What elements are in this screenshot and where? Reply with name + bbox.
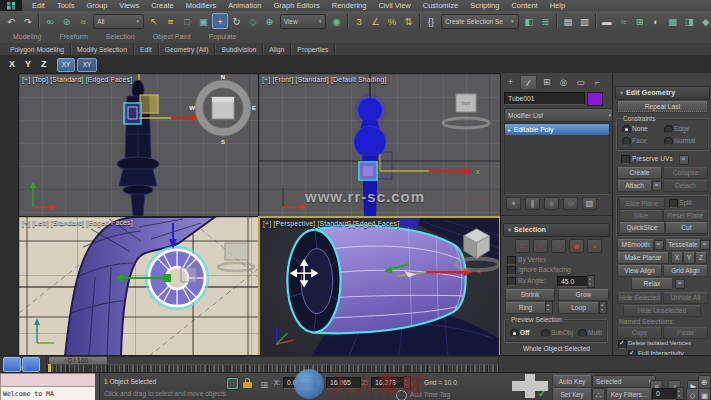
viewport-perspective-label[interactable]: [+] [Perspective] [Standard] [Edged Face… [263, 220, 399, 227]
loop-button[interactable]: Loop [558, 302, 599, 314]
auto-key-button[interactable]: Auto Key [552, 375, 592, 388]
vertex-subobject-icon[interactable]: ∷ [515, 239, 530, 253]
ribbon-tab[interactable]: Modeling [4, 31, 50, 43]
relax-settings-icon[interactable] [675, 279, 685, 289]
window-crossing-icon[interactable]: ▣ [196, 13, 211, 29]
copy-button[interactable]: Copy [617, 327, 662, 339]
ribbon-panel-button[interactable]: Align [263, 44, 291, 55]
repeat-last-button[interactable]: Repeat Last [617, 101, 708, 113]
menu-item[interactable]: Graph Editors [268, 0, 326, 11]
viewport-left[interactable]: [+] [Left] [Standard] [Edged Faces] [18, 216, 259, 357]
constraint-edge-radio[interactable] [664, 125, 673, 134]
menu-item[interactable]: Animation [222, 0, 267, 11]
menu-item[interactable]: Create [145, 0, 180, 11]
gizmo-plane-handle[interactable] [181, 268, 196, 282]
listener-splitter[interactable] [95, 373, 100, 400]
layer-explorer-icon[interactable]: ▥ [577, 13, 592, 29]
selected-set-dropdown[interactable]: Selected [592, 375, 656, 388]
menu-item[interactable]: Views [113, 0, 145, 11]
menu-item[interactable]: Rendering [326, 0, 373, 11]
ribbon-tab[interactable]: Freeform [50, 31, 96, 43]
preview-multi-radio[interactable] [578, 329, 587, 338]
snap-toggle-icon[interactable]: 3 [351, 13, 366, 29]
render-production-icon[interactable]: ◆ [698, 13, 711, 29]
object-name-field[interactable]: Tube001 [504, 92, 585, 105]
split-checkbox[interactable] [669, 199, 678, 208]
constraint-none-radio[interactable] [622, 125, 631, 134]
unhide-all-button[interactable]: Unhide All [663, 292, 708, 304]
grid-align-button[interactable]: Grid Align [663, 265, 708, 277]
ring-button[interactable]: Ring [505, 302, 546, 314]
keyable-icon[interactable]: ∴ [592, 388, 605, 400]
unlink-selection-icon[interactable]: ⊘ [59, 13, 74, 29]
preserve-uvs-checkbox[interactable] [621, 155, 630, 164]
attach-button[interactable]: Attach [617, 180, 652, 192]
z-coord-spinner[interactable] [403, 376, 411, 389]
edit-named-selection-sets-icon[interactable]: {} [423, 13, 438, 29]
selection-filter-dropdown[interactable]: All [93, 14, 144, 29]
create-button[interactable]: Create [617, 167, 662, 179]
quickslice-button[interactable]: QuickSlice [619, 222, 665, 234]
viewport-front[interactable]: [+] [Front] [Standard] [Default Shading]… [258, 73, 501, 217]
detach-button[interactable]: Detach [663, 180, 708, 192]
menu-item[interactable]: Group [80, 0, 113, 11]
ignore-backfacing-checkbox[interactable] [507, 266, 516, 275]
constraint-y-button[interactable]: Y [25, 59, 31, 69]
select-object-icon[interactable]: ↖ [146, 13, 161, 29]
slice-plane-button[interactable]: Slice Plane [619, 198, 665, 210]
modify-tab-icon[interactable]: ∕ [520, 75, 537, 89]
constraint-face-radio[interactable] [622, 137, 631, 146]
border-subobject-icon[interactable]: ○ [551, 239, 566, 253]
ribbon-panel-button[interactable]: Properties [291, 44, 335, 55]
msmooth-button[interactable]: MSmooth [617, 239, 654, 251]
ribbon-panel-button[interactable]: Geometry (All) [159, 44, 216, 55]
ribbon-panel-button[interactable]: Modify Selection [71, 44, 134, 55]
msmooth-settings-icon[interactable] [654, 240, 664, 250]
reset-plane-button[interactable]: Reset Plane [663, 210, 708, 222]
maxscript-listener[interactable]: Welcome to MA [0, 386, 99, 400]
shrink-button[interactable]: Shrink [505, 289, 555, 301]
grow-button[interactable]: Grow [558, 289, 609, 301]
rendered-frame-icon[interactable]: ◨ [681, 13, 696, 29]
scene-explorer-icon[interactable]: ▤ [560, 13, 575, 29]
named-selection-set-dropdown[interactable]: Create Selection Se [441, 14, 519, 29]
view-align-button[interactable]: View Align [617, 265, 662, 277]
attach-settings-icon[interactable] [652, 181, 662, 191]
delete-isolated-vertices-checkbox[interactable] [618, 340, 627, 349]
render-setup-icon[interactable]: ▦ [665, 13, 680, 29]
hierarchy-tab-icon[interactable]: ⊞ [539, 75, 554, 88]
gizmo-plane-handle[interactable] [140, 95, 158, 113]
current-frame-field[interactable]: 0 [652, 388, 679, 400]
make-planar-button[interactable]: Make Planar [617, 252, 669, 264]
select-and-move-icon[interactable]: + [212, 13, 228, 29]
maximize-viewport-icon[interactable]: ▣ [698, 388, 711, 400]
spinner-snap-icon[interactable]: ⇅ [401, 13, 416, 29]
viewport-top[interactable]: [+] [Top] [Standard] [Edged Faces] x [18, 73, 259, 217]
frame-spinner[interactable] [676, 387, 684, 400]
select-by-name-icon[interactable]: ≡ [163, 13, 178, 29]
viewcube[interactable]: front [456, 94, 476, 112]
z-coord-field[interactable]: 16.278 [371, 377, 406, 389]
by-angle-checkbox[interactable] [507, 277, 516, 286]
select-and-rotate-icon[interactable]: ↻ [229, 13, 244, 29]
tessellate-button[interactable]: Tessellate [665, 239, 701, 251]
modifier-stack-item[interactable]: ▸Editable Poly [505, 124, 609, 135]
trackbar-key-icon[interactable] [3, 357, 21, 372]
viewport-perspective[interactable]: [+] [Perspective] [Standard] [Edged Face… [258, 216, 501, 357]
create-tab-icon[interactable]: + [503, 75, 518, 88]
select-and-scale-icon[interactable]: ◇ [245, 13, 260, 29]
display-tab-icon[interactable]: ▭ [573, 75, 588, 88]
undo-icon[interactable]: ↶ [4, 13, 19, 29]
make-unique-icon[interactable]: ◈ [544, 197, 559, 210]
make-planar-x-button[interactable]: X [671, 252, 683, 264]
polygon-subobject-icon[interactable]: ■ [569, 239, 584, 253]
constraint-xy-button[interactable]: XY [57, 58, 75, 72]
hide-selected-button[interactable]: Hide Selected [617, 292, 662, 304]
rectangular-selection-region-icon[interactable]: □ [179, 13, 194, 29]
selection-rollout-header[interactable]: ▾Selection [503, 223, 610, 237]
viewport-left-label[interactable]: [+] [Left] [Standard] [Edged Faces] [22, 219, 133, 226]
schematic-view-icon[interactable]: ⊞ [632, 13, 647, 29]
menu-item[interactable]: Help [544, 0, 571, 11]
set-key-button[interactable]: Set Key [552, 388, 592, 400]
reference-coordinate-dropdown[interactable]: View [280, 14, 327, 29]
